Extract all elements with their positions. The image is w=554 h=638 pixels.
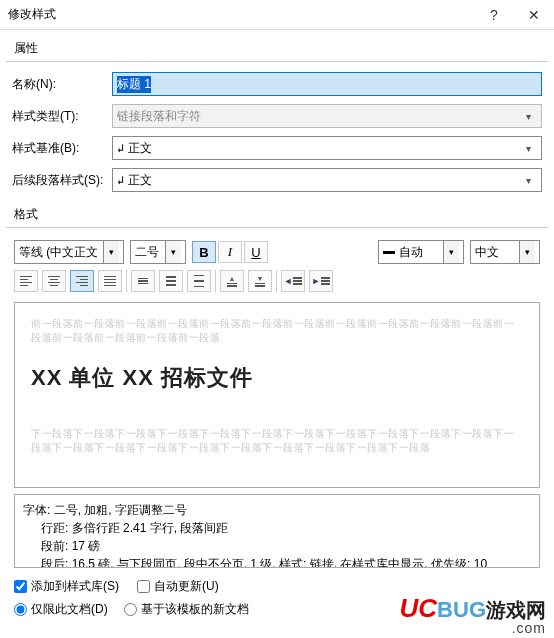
add-to-gallery-input[interactable] <box>14 580 27 593</box>
format-toolbar-1: 等线 (中文正文 ▾ 二号 ▾ B I U 自动 ▾ 中文 ▾ <box>0 234 554 268</box>
space-before-dec-button[interactable]: ▼ <box>248 270 272 292</box>
align-left-button[interactable] <box>14 270 38 292</box>
separator <box>215 270 216 292</box>
increase-indent-button[interactable]: ► <box>309 270 333 292</box>
line-spacing-1-button[interactable] <box>131 270 155 292</box>
align-right-button[interactable] <box>70 270 94 292</box>
auto-update-label: 自动更新(U) <box>154 578 219 595</box>
script-value: 中文 <box>471 244 519 261</box>
add-to-gallery-label: 添加到样式库(S) <box>31 578 119 595</box>
title-bar: 修改样式 ? ✕ <box>0 0 554 30</box>
bold-button[interactable]: B <box>192 241 216 263</box>
close-button[interactable]: ✕ <box>514 0 554 30</box>
separator <box>126 270 127 292</box>
row-style-base: 样式基准(B): ↲正文 ▾ <box>0 132 554 164</box>
auto-update-input[interactable] <box>137 580 150 593</box>
preview-heading: XX 单位 XX 招标文件 <box>31 363 523 393</box>
space-before-inc-button[interactable]: ▲ <box>220 270 244 292</box>
align-center-button[interactable] <box>42 270 66 292</box>
style-base-value: 正文 <box>128 141 152 155</box>
font-name-combo[interactable]: 等线 (中文正文 ▾ <box>14 240 124 264</box>
row-name: 名称(N): 标题 1 <box>0 68 554 100</box>
chevron-down-icon[interactable]: ▾ <box>519 175 537 186</box>
chevron-down-icon[interactable]: ▾ <box>165 241 181 263</box>
style-base-select[interactable]: ↲正文 ▾ <box>112 136 542 160</box>
section-properties-label: 属性 <box>6 34 548 62</box>
section-format-label: 格式 <box>6 200 548 228</box>
style-type-label: 样式类型(T): <box>12 108 112 125</box>
window-title: 修改样式 <box>8 6 474 23</box>
only-this-doc-input[interactable] <box>14 603 27 616</box>
name-input[interactable]: 标题 1 <box>112 72 542 96</box>
only-this-doc-label: 仅限此文档(D) <box>31 601 108 618</box>
based-template-radio[interactable]: 基于该模板的新文档 <box>124 601 249 618</box>
font-color-value: 自动 <box>399 244 423 261</box>
italic-button[interactable]: I <box>218 241 242 263</box>
decrease-indent-button[interactable]: ◄ <box>281 270 305 292</box>
based-template-input[interactable] <box>124 603 137 616</box>
chevron-down-icon[interactable]: ▾ <box>103 241 119 263</box>
row-style-type: 样式类型(T): 链接段落和字符 ▾ <box>0 100 554 132</box>
auto-update-checkbox[interactable]: 自动更新(U) <box>137 578 219 595</box>
chevron-down-icon[interactable]: ▾ <box>519 241 535 263</box>
line-spacing-2-button[interactable] <box>187 270 211 292</box>
preview-pane: 前一段落前一段落前一段落前一段落前一段落前一段落前一段落前一段落前一段落前一段落… <box>14 302 540 488</box>
style-type-value: 链接段落和字符 <box>117 108 201 125</box>
name-label: 名称(N): <box>12 76 112 93</box>
row-follow-style: 后续段落样式(S): ↲正文 ▾ <box>0 164 554 196</box>
add-to-gallery-checkbox[interactable]: 添加到样式库(S) <box>14 578 119 595</box>
style-description: 字体: 二号, 加粗, 字距调整二号 行距: 多倍行距 2.41 字行, 段落间… <box>14 494 540 568</box>
line-spacing-15-button[interactable] <box>159 270 183 292</box>
preview-before-text: 前一段落前一段落前一段落前一段落前一段落前一段落前一段落前一段落前一段落前一段落… <box>31 317 523 345</box>
chevron-down-icon: ▾ <box>519 111 537 122</box>
follow-style-value: 正文 <box>128 173 152 187</box>
help-button[interactable]: ? <box>474 0 514 30</box>
desc-line-1: 字体: 二号, 加粗, 字距调整二号 <box>23 501 531 519</box>
format-toolbar-2: ▲ ▼ ◄ ► <box>0 268 554 298</box>
style-type-select: 链接段落和字符 ▾ <box>112 104 542 128</box>
underline-button[interactable]: U <box>244 241 268 263</box>
chevron-down-icon[interactable]: ▾ <box>519 143 537 154</box>
font-name-value: 等线 (中文正文 <box>15 244 103 261</box>
font-color-combo[interactable]: 自动 ▾ <box>378 240 464 264</box>
follow-style-select[interactable]: ↲正文 ▾ <box>112 168 542 192</box>
based-template-label: 基于该模板的新文档 <box>141 601 249 618</box>
desc-line-4: 段后: 16.5 磅, 与下段同页, 段中不分页, 1 级, 样式: 链接, 在… <box>23 555 531 568</box>
preview-after-text: 下一段落下一段落下一段落下一段落下一段落下一段落下一段落下一段落下一段落下一段落… <box>31 427 523 455</box>
name-value: 标题 1 <box>117 76 151 93</box>
font-size-combo[interactable]: 二号 ▾ <box>130 240 186 264</box>
follow-style-label: 后续段落样式(S): <box>12 172 112 189</box>
separator <box>276 270 277 292</box>
chevron-down-icon[interactable]: ▾ <box>443 241 459 263</box>
script-combo[interactable]: 中文 ▾ <box>470 240 540 264</box>
only-this-doc-radio[interactable]: 仅限此文档(D) <box>14 601 108 618</box>
desc-line-2: 行距: 多倍行距 2.41 字行, 段落间距 <box>23 519 531 537</box>
align-justify-button[interactable] <box>98 270 122 292</box>
watermark: UCBUG游戏网 .com <box>400 593 546 636</box>
font-style-group: B I U <box>192 241 268 263</box>
font-size-value: 二号 <box>131 244 165 261</box>
desc-line-3: 段前: 17 磅 <box>23 537 531 555</box>
style-base-label: 样式基准(B): <box>12 140 112 157</box>
color-swatch-icon <box>383 251 395 254</box>
